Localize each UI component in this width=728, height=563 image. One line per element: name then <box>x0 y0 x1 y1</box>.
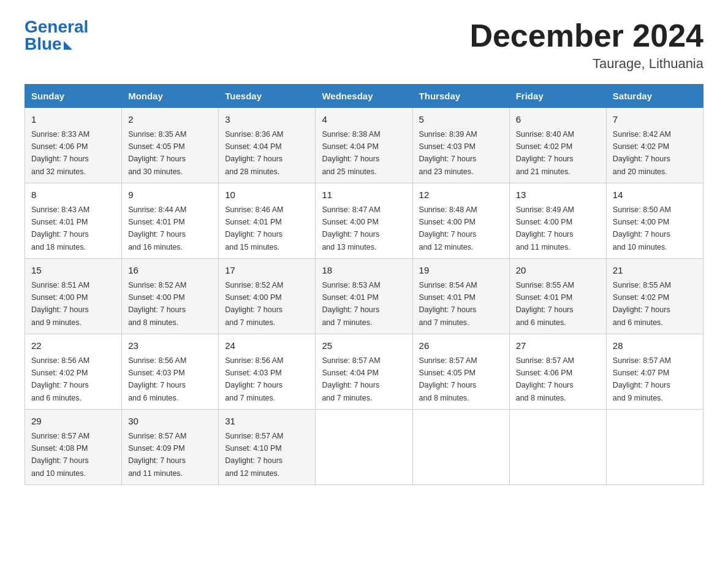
calendar-cell: 19 Sunrise: 8:54 AMSunset: 4:01 PMDaylig… <box>412 259 509 334</box>
day-info: Sunrise: 8:56 AMSunset: 4:02 PMDaylight:… <box>31 356 89 402</box>
calendar-cell: 24 Sunrise: 8:56 AMSunset: 4:03 PMDaylig… <box>219 334 316 410</box>
day-number: 2 <box>128 113 212 127</box>
calendar-cell: 10 Sunrise: 8:46 AMSunset: 4:01 PMDaylig… <box>219 183 316 259</box>
day-info: Sunrise: 8:57 AMSunset: 4:04 PMDaylight:… <box>322 356 380 402</box>
calendar-cell: 4 Sunrise: 8:38 AMSunset: 4:04 PMDayligh… <box>316 108 412 183</box>
day-number: 27 <box>516 339 600 353</box>
day-number: 21 <box>613 264 697 278</box>
calendar-cell: 2 Sunrise: 8:35 AMSunset: 4:05 PMDayligh… <box>122 108 219 183</box>
calendar-cell: 16 Sunrise: 8:52 AMSunset: 4:00 PMDaylig… <box>122 259 219 334</box>
day-info: Sunrise: 8:57 AMSunset: 4:06 PMDaylight:… <box>516 356 574 402</box>
calendar-cell: 31 Sunrise: 8:57 AMSunset: 4:10 PMDaylig… <box>219 410 316 485</box>
day-info: Sunrise: 8:54 AMSunset: 4:01 PMDaylight:… <box>419 281 477 327</box>
day-info: Sunrise: 8:56 AMSunset: 4:03 PMDaylight:… <box>128 356 186 402</box>
calendar-cell <box>316 410 412 485</box>
calendar-cell: 27 Sunrise: 8:57 AMSunset: 4:06 PMDaylig… <box>509 334 606 410</box>
location: Taurage, Lithuania <box>469 56 703 72</box>
day-info: Sunrise: 8:53 AMSunset: 4:01 PMDaylight:… <box>322 281 380 327</box>
day-number: 10 <box>225 188 309 202</box>
day-info: Sunrise: 8:43 AMSunset: 4:01 PMDaylight:… <box>31 205 89 251</box>
day-info: Sunrise: 8:36 AMSunset: 4:04 PMDaylight:… <box>225 130 283 176</box>
day-info: Sunrise: 8:48 AMSunset: 4:00 PMDaylight:… <box>419 205 477 251</box>
day-number: 26 <box>419 339 503 353</box>
col-friday: Friday <box>509 85 606 108</box>
day-info: Sunrise: 8:42 AMSunset: 4:02 PMDaylight:… <box>613 130 671 176</box>
day-number: 11 <box>322 188 406 202</box>
calendar-cell: 5 Sunrise: 8:39 AMSunset: 4:03 PMDayligh… <box>412 108 509 183</box>
col-thursday: Thursday <box>412 85 509 108</box>
calendar-cell: 28 Sunrise: 8:57 AMSunset: 4:07 PMDaylig… <box>606 334 703 410</box>
col-saturday: Saturday <box>606 85 703 108</box>
day-info: Sunrise: 8:51 AMSunset: 4:00 PMDaylight:… <box>31 281 89 327</box>
logo-blue-text: Blue <box>25 36 72 53</box>
day-number: 9 <box>128 188 212 202</box>
calendar-cell: 26 Sunrise: 8:57 AMSunset: 4:05 PMDaylig… <box>412 334 509 410</box>
page-header: General Blue December 2024 Taurage, Lith… <box>25 18 703 72</box>
day-number: 28 <box>613 339 697 353</box>
day-info: Sunrise: 8:57 AMSunset: 4:08 PMDaylight:… <box>31 432 89 478</box>
calendar-cell: 14 Sunrise: 8:50 AMSunset: 4:00 PMDaylig… <box>606 183 703 259</box>
calendar-cell: 3 Sunrise: 8:36 AMSunset: 4:04 PMDayligh… <box>219 108 316 183</box>
day-number: 15 <box>31 264 115 278</box>
day-info: Sunrise: 8:33 AMSunset: 4:06 PMDaylight:… <box>31 130 89 176</box>
calendar-week-2: 8 Sunrise: 8:43 AMSunset: 4:01 PMDayligh… <box>25 183 703 259</box>
day-number: 29 <box>31 415 115 429</box>
day-number: 16 <box>128 264 212 278</box>
calendar-table: Sunday Monday Tuesday Wednesday Thursday… <box>25 84 703 485</box>
day-info: Sunrise: 8:55 AMSunset: 4:02 PMDaylight:… <box>613 281 671 327</box>
calendar-cell: 8 Sunrise: 8:43 AMSunset: 4:01 PMDayligh… <box>25 183 122 259</box>
calendar-cell: 13 Sunrise: 8:49 AMSunset: 4:00 PMDaylig… <box>509 183 606 259</box>
day-number: 8 <box>31 188 115 202</box>
day-info: Sunrise: 8:57 AMSunset: 4:05 PMDaylight:… <box>419 356 477 402</box>
day-info: Sunrise: 8:46 AMSunset: 4:01 PMDaylight:… <box>225 205 283 251</box>
day-info: Sunrise: 8:44 AMSunset: 4:01 PMDaylight:… <box>128 205 186 251</box>
calendar-cell: 12 Sunrise: 8:48 AMSunset: 4:00 PMDaylig… <box>412 183 509 259</box>
day-number: 14 <box>613 188 697 202</box>
calendar-cell: 7 Sunrise: 8:42 AMSunset: 4:02 PMDayligh… <box>606 108 703 183</box>
calendar-cell: 20 Sunrise: 8:55 AMSunset: 4:01 PMDaylig… <box>509 259 606 334</box>
day-info: Sunrise: 8:57 AMSunset: 4:09 PMDaylight:… <box>128 432 186 478</box>
calendar-cell <box>606 410 703 485</box>
calendar-cell: 15 Sunrise: 8:51 AMSunset: 4:00 PMDaylig… <box>25 259 122 334</box>
calendar-week-3: 15 Sunrise: 8:51 AMSunset: 4:00 PMDaylig… <box>25 259 703 334</box>
col-monday: Monday <box>122 85 219 108</box>
day-info: Sunrise: 8:57 AMSunset: 4:10 PMDaylight:… <box>225 432 283 478</box>
day-number: 12 <box>419 188 503 202</box>
calendar-week-5: 29 Sunrise: 8:57 AMSunset: 4:08 PMDaylig… <box>25 410 703 485</box>
day-info: Sunrise: 8:55 AMSunset: 4:01 PMDaylight:… <box>516 281 574 327</box>
calendar-cell <box>509 410 606 485</box>
day-number: 7 <box>613 113 697 127</box>
day-number: 19 <box>419 264 503 278</box>
col-sunday: Sunday <box>25 85 122 108</box>
calendar-cell <box>412 410 509 485</box>
calendar-cell: 6 Sunrise: 8:40 AMSunset: 4:02 PMDayligh… <box>509 108 606 183</box>
month-title: December 2024 <box>469 18 703 53</box>
day-info: Sunrise: 8:52 AMSunset: 4:00 PMDaylight:… <box>225 281 283 327</box>
day-number: 18 <box>322 264 406 278</box>
day-info: Sunrise: 8:47 AMSunset: 4:00 PMDaylight:… <box>322 205 380 251</box>
day-info: Sunrise: 8:52 AMSunset: 4:00 PMDaylight:… <box>128 281 186 327</box>
day-number: 4 <box>322 113 406 127</box>
title-block: December 2024 Taurage, Lithuania <box>469 18 703 72</box>
logo-arrow-icon <box>64 41 72 50</box>
calendar-cell: 30 Sunrise: 8:57 AMSunset: 4:09 PMDaylig… <box>122 410 219 485</box>
day-number: 6 <box>516 113 600 127</box>
calendar-cell: 18 Sunrise: 8:53 AMSunset: 4:01 PMDaylig… <box>316 259 412 334</box>
day-number: 13 <box>516 188 600 202</box>
calendar-cell: 21 Sunrise: 8:55 AMSunset: 4:02 PMDaylig… <box>606 259 703 334</box>
calendar-cell: 17 Sunrise: 8:52 AMSunset: 4:00 PMDaylig… <box>219 259 316 334</box>
day-number: 30 <box>128 415 212 429</box>
logo: General Blue <box>25 18 88 53</box>
day-number: 17 <box>225 264 309 278</box>
day-info: Sunrise: 8:38 AMSunset: 4:04 PMDaylight:… <box>322 130 380 176</box>
day-number: 31 <box>225 415 309 429</box>
col-tuesday: Tuesday <box>219 85 316 108</box>
calendar-cell: 1 Sunrise: 8:33 AMSunset: 4:06 PMDayligh… <box>25 108 122 183</box>
day-info: Sunrise: 8:50 AMSunset: 4:00 PMDaylight:… <box>613 205 671 251</box>
day-number: 20 <box>516 264 600 278</box>
day-info: Sunrise: 8:40 AMSunset: 4:02 PMDaylight:… <box>516 130 574 176</box>
day-info: Sunrise: 8:39 AMSunset: 4:03 PMDaylight:… <box>419 130 477 176</box>
day-number: 24 <box>225 339 309 353</box>
logo-general-text: General <box>25 18 88 36</box>
day-info: Sunrise: 8:57 AMSunset: 4:07 PMDaylight:… <box>613 356 671 402</box>
